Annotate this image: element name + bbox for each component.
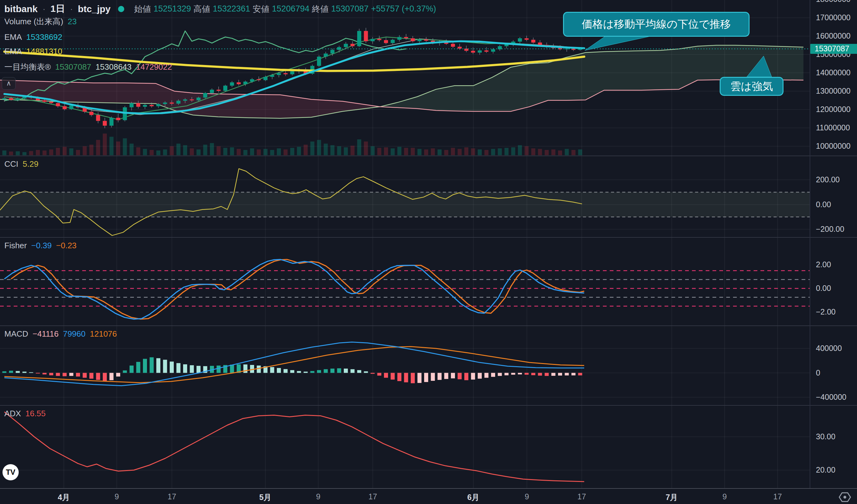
scale-settings-icon[interactable] [838,491,852,503]
axis-tick-price: 18000000 [816,0,851,4]
open-label: 始値 [134,3,151,15]
interval-label[interactable]: 1日 [50,2,65,15]
time-tick: 9 [525,492,529,501]
market-status-dot-icon [118,6,124,12]
low-value: 15206794 [272,4,309,14]
fisher-label[interactable]: Fisher [4,241,27,250]
chevron-up-icon: ∧ [6,79,11,87]
price-axis-separator [810,0,810,488]
open-value: 15251329 [153,4,191,14]
annotation-cloud-note-text: 雲は強気 [730,79,773,94]
low-label: 安値 [253,3,269,15]
exchange-name[interactable]: bitbank [4,4,38,14]
ichimoku-label: 一目均衡表® [4,62,51,72]
high-value: 15322361 [213,4,250,14]
axis-tick-fisher: 2.00 [816,260,831,269]
time-tick: 5月 [259,492,271,502]
adx-value: 16.55 [25,409,46,418]
axis-tick-cci: 0.00 [816,200,831,209]
time-axis-separator [0,488,857,489]
ema-slow-label[interactable]: EMA [4,47,22,56]
ema-fast-label[interactable]: EMA [4,32,22,42]
ichimoku-value-2: 15308643 [96,62,132,72]
axis-tick-fisher: −2.00 [816,307,836,316]
pane-separator[interactable] [0,326,857,326]
macd-value: 79960 [63,329,85,339]
cci-value: 5.29 [23,159,39,169]
axis-tick-price: 17000000 [816,13,851,22]
annotation-ma-note[interactable]: 価格は移動平均線の下位で推移 [563,12,750,37]
close-value: 15307087 [331,4,368,14]
axis-tick-macd: −400000 [816,393,846,402]
time-tick: 7月 [666,492,678,502]
chart-root: bitbank · 1日 · btc_jpy 始値 15251329 高値 15… [0,0,857,504]
pane-collapse-button[interactable]: ∧ [2,77,16,90]
axis-tick-macd: 0 [816,368,820,377]
axis-tick-price: 12000000 [816,105,851,114]
axis-tick-cci: 200.00 [816,175,840,184]
symbol-name[interactable]: btc_jpy [78,4,111,14]
axis-tick-macd: 400000 [816,344,842,353]
annotation-cloud-note[interactable]: 雲は強気 [720,77,784,96]
axis-tick-price: 16000000 [816,31,851,40]
axis-tick-price: 14000000 [816,68,851,77]
legend-volume[interactable]: Volume (出来高) 23 [4,16,77,27]
macd-hist-value: −41116 [33,329,59,339]
close-label: 終値 [312,3,329,15]
fisher-value: −0.39 [31,241,52,250]
time-tick: 9 [316,492,320,501]
title-separator: · [42,4,46,14]
time-tick: 9 [722,492,727,501]
axis-tick-price: 11000000 [816,123,850,132]
legend-ichimoku[interactable]: 一目均衡表® 15307087 15308643 14729022 [4,62,172,72]
change-value: +55757 (+0.37%) [371,4,436,14]
legend-cci[interactable]: CCI 5.29 [4,159,38,169]
time-tick: 6月 [467,492,480,502]
macd-label[interactable]: MACD [4,329,28,339]
pane-separator[interactable] [0,237,857,238]
axis-tick-cci: −200.00 [816,225,844,233]
adx-label[interactable]: ADX [4,409,21,418]
fisher-signal-value: −0.23 [56,241,77,250]
axis-tick-fisher: 0.00 [816,284,831,293]
pane-separator[interactable] [0,156,857,156]
time-tick: 17 [773,492,782,501]
cci-label[interactable]: CCI [4,159,18,169]
ichimoku-value-3: 14729022 [136,62,172,72]
legend-macd[interactable]: MACD −41116 79960 121076 [4,329,117,339]
time-tick: 17 [577,492,586,501]
ema-slow-value: 14881310 [26,47,62,56]
volume-value: 23 [68,17,77,27]
high-label: 高値 [194,3,210,15]
last-price-text: 15307087 [814,44,849,53]
time-tick: 17 [368,492,377,501]
time-tick: 9 [115,492,119,501]
macd-signal-value: 121076 [90,329,117,339]
axis-tick-price: 10000000 [816,142,851,151]
axis-tick-price: 13000000 [816,86,851,95]
ohlc-row: 始値 15251329 高値 15322361 安値 15206794 終値 1… [134,3,436,15]
ema-fast-value: 15338692 [26,32,62,42]
time-tick: 4月 [58,492,70,502]
annotation-ma-note-text: 価格は移動平均線の下位で推移 [582,17,730,31]
tradingview-logo-text: TV [6,468,16,476]
axis-tick-adx: 20.00 [816,465,836,474]
last-price-badge: 15307087 [810,44,857,54]
volume-label[interactable]: Volume (出来高) [4,16,63,27]
tradingview-logo[interactable]: TV [2,464,19,480]
axis-tick-adx: 30.00 [816,432,836,441]
legend-fisher[interactable]: Fisher −0.39 −0.23 [4,241,77,250]
ichimoku-value-1: 15307087 [55,62,91,72]
legend-ema-fast[interactable]: EMA 15338692 [4,32,62,42]
pane-separator[interactable] [0,405,857,406]
time-tick: 17 [168,492,176,501]
chart-canvas[interactable] [0,0,857,504]
symbol-header[interactable]: bitbank · 1日 · btc_jpy 始値 15251329 高値 15… [4,2,436,15]
legend-ema-slow[interactable]: EMA 14881310 [4,47,62,56]
legend-adx[interactable]: ADX 16.55 [4,409,46,418]
title-separator: · [69,4,73,14]
